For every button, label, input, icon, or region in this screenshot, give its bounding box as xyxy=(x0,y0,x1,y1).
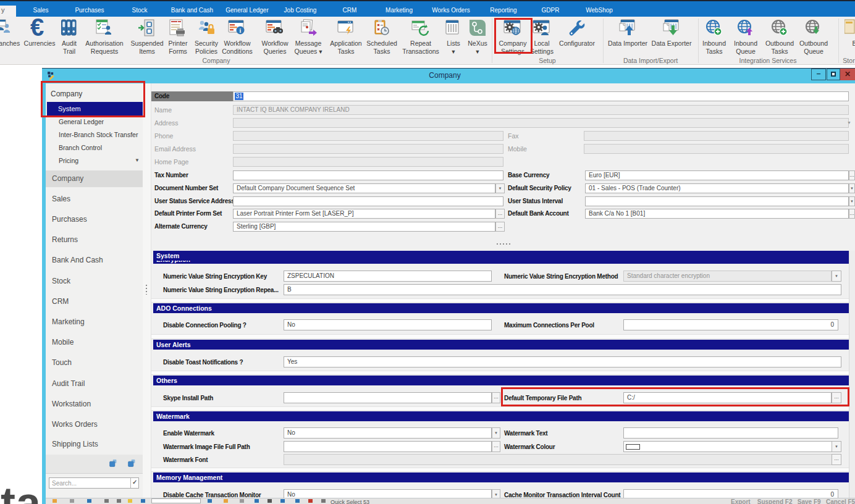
svg-text:i: i xyxy=(240,27,242,34)
